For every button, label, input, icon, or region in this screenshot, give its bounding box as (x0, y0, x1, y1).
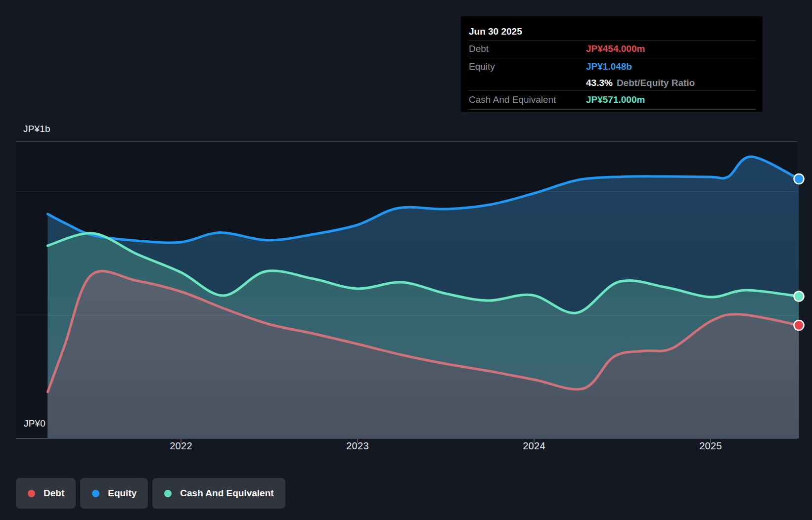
tooltip-equity-value: JP¥1.048b (586, 61, 632, 72)
cash-end-marker[interactable] (794, 292, 804, 302)
legend-debt-label: Debt (44, 488, 64, 499)
y-axis-zero-label: JP¥0 (24, 418, 45, 429)
x-tick-2022: 2022 (170, 440, 192, 452)
tooltip-ratio-label: Debt/Equity Ratio (617, 78, 695, 88)
debt-equity-history-chart: JP¥1b JP¥0 2022 2023 2024 2025 Jun 30 20… (0, 0, 812, 520)
legend-equity-label: Equity (108, 488, 136, 499)
legend-item-cash[interactable]: Cash And Equivalent (152, 478, 285, 509)
cash-dot-icon (164, 490, 172, 497)
x-tick-2024: 2024 (523, 440, 545, 452)
tooltip-ratio-row: 43.3% Debt/Equity Ratio (469, 75, 756, 90)
tooltip-debt-row: Debt JP¥454.000m (469, 41, 756, 57)
tooltip-cash-label: Cash And Equivalent (469, 94, 586, 105)
y-axis-max-label: JP¥1b (23, 124, 50, 134)
tooltip-cash-value: JP¥571.000m (586, 94, 645, 105)
tooltip-debt-label: Debt (469, 43, 586, 54)
chart-legend: Debt Equity Cash And Equivalent (16, 478, 285, 509)
tooltip-date: Jun 30 2025 (469, 26, 522, 37)
tooltip-divider (468, 58, 756, 58)
equity-end-marker[interactable] (794, 174, 804, 184)
equity-dot-icon (92, 490, 99, 497)
chart-tooltip: Jun 30 2025 Debt JP¥454.000m Equity JP¥1… (461, 16, 763, 112)
x-tick-2023: 2023 (346, 440, 369, 452)
debt-dot-icon (28, 490, 35, 497)
tooltip-divider (468, 90, 756, 91)
tooltip-cash-row: Cash And Equivalent JP¥571.000m (469, 91, 756, 108)
legend-item-equity[interactable]: Equity (80, 478, 148, 509)
tooltip-equity-row: Equity JP¥1.048b (469, 59, 756, 75)
tooltip-ratio-percent: 43.3% (586, 78, 613, 88)
tooltip-divider (468, 109, 756, 110)
tooltip-equity-label: Equity (469, 61, 586, 72)
legend-cash-label: Cash And Equivalent (180, 488, 273, 499)
tooltip-debt-value: JP¥454.000m (586, 43, 645, 54)
legend-item-debt[interactable]: Debt (16, 478, 76, 509)
x-tick-2025: 2025 (699, 440, 722, 452)
debt-end-marker[interactable] (794, 320, 804, 330)
